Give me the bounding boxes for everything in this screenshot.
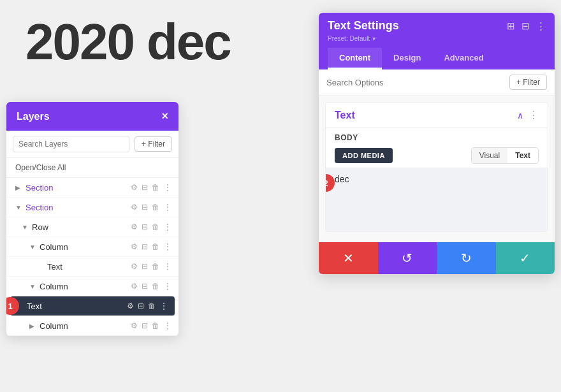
save-button[interactable]: ✓: [496, 242, 555, 274]
layers-filter-button[interactable]: + Filter: [135, 136, 172, 152]
layer-name: Row: [32, 222, 131, 232]
preset-arrow-icon: ▾: [372, 35, 375, 42]
body-label: Body: [326, 128, 548, 145]
dots-icon[interactable]: ⋮: [163, 182, 172, 192]
badge-2: 2: [325, 174, 335, 192]
trash-icon[interactable]: 🗑: [152, 203, 159, 212]
trash-icon[interactable]: 🗑: [152, 222, 159, 231]
arrow-icon: ▼: [29, 283, 37, 290]
layers-search-row: + Filter: [6, 131, 178, 158]
dots-icon[interactable]: ⋮: [163, 321, 172, 331]
visual-view-button[interactable]: Visual: [472, 148, 507, 163]
dots-icon[interactable]: ⋮: [163, 242, 172, 252]
dots-icon[interactable]: ⋮: [163, 202, 172, 212]
settings-header: Text Settings ⊞ ⊟ ⋮ Preset: Default ▾ Co…: [319, 13, 555, 69]
dots-icon[interactable]: ⋮: [163, 281, 172, 291]
trash-icon[interactable]: 🗑: [148, 301, 156, 310]
text-section: Text ∧ ⋮ Body ADD MEDIA Visual Text 2 de…: [325, 102, 548, 232]
copy-icon[interactable]: ⊟: [142, 203, 148, 212]
layer-name: Section: [26, 183, 131, 192]
layer-item-section2[interactable]: ▼ Section ⚙ ⊟ 🗑 ⋮: [6, 198, 178, 217]
more-icon[interactable]: ⋮: [536, 20, 546, 32]
dots-icon[interactable]: ⋮: [159, 301, 168, 311]
undo-button[interactable]: ↺: [378, 242, 437, 274]
gear-icon[interactable]: ⚙: [127, 301, 134, 310]
layer-item-text1[interactable]: ▼ Text ⚙ ⊟ 🗑 ⋮: [6, 257, 178, 277]
layer-name: Column: [40, 321, 131, 331]
background-month: dec: [147, 13, 231, 71]
layer-item-column2[interactable]: ▼ Column ⚙ ⊟ 🗑 ⋮: [6, 277, 178, 296]
layer-name: Text: [27, 301, 127, 311]
badge-1: 1: [6, 297, 19, 315]
layers-header: Layers ×: [6, 102, 178, 131]
settings-preset[interactable]: Preset: Default ▾: [328, 34, 546, 43]
trash-icon[interactable]: 🗑: [152, 242, 159, 251]
text-section-header: Text ∧ ⋮: [326, 103, 548, 128]
layer-item-text2-active[interactable]: ▼ Text 1 ⚙ ⊟ 🗑 ⋮: [10, 296, 175, 316]
text-section-title: Text: [335, 110, 355, 121]
text-view-button[interactable]: Text: [507, 148, 538, 163]
cancel-button[interactable]: ✕: [319, 242, 378, 274]
background-year: 2020: [26, 13, 134, 71]
editor-text: dec: [335, 174, 349, 184]
columns-icon[interactable]: ⊟: [521, 20, 530, 32]
close-icon[interactable]: ×: [161, 110, 168, 123]
copy-icon[interactable]: ⊟: [142, 262, 148, 271]
layer-icons: ⚙ ⊟ 🗑 ⋮: [131, 321, 172, 331]
layer-name: Column: [40, 242, 131, 252]
gear-icon[interactable]: ⚙: [131, 203, 138, 212]
settings-tabs: Content Design Advanced: [328, 48, 546, 69]
open-close-all[interactable]: Open/Close All: [6, 158, 178, 178]
trash-icon[interactable]: 🗑: [152, 282, 159, 291]
gear-icon[interactable]: ⚙: [131, 321, 138, 330]
settings-panel: Text Settings ⊞ ⊟ ⋮ Preset: Default ▾ Co…: [319, 13, 555, 274]
copy-icon[interactable]: ⊟: [142, 321, 148, 330]
tab-content[interactable]: Content: [328, 48, 382, 69]
dots-icon[interactable]: ⋮: [163, 222, 172, 232]
gear-icon[interactable]: ⚙: [131, 183, 138, 192]
arrow-icon: ▶: [15, 184, 23, 191]
tab-advanced[interactable]: Advanced: [432, 48, 495, 69]
redo-button[interactable]: ↻: [437, 242, 496, 274]
layer-name: Section: [26, 203, 131, 212]
trash-icon[interactable]: 🗑: [152, 262, 159, 271]
copy-icon[interactable]: ⊟: [138, 301, 144, 310]
copy-icon[interactable]: ⊟: [142, 242, 148, 251]
layer-name: Column: [40, 282, 131, 291]
layer-icons: ⚙ ⊟ 🗑 ⋮: [131, 242, 172, 252]
gear-icon[interactable]: ⚙: [131, 262, 138, 271]
settings-title-icons: ⊞ ⊟ ⋮: [507, 20, 546, 32]
layer-item-column1[interactable]: ▼ Column ⚙ ⊟ 🗑 ⋮: [6, 237, 178, 257]
gear-icon[interactable]: ⚙: [131, 282, 138, 291]
gear-icon[interactable]: ⚙: [131, 242, 138, 251]
trash-icon[interactable]: 🗑: [152, 321, 159, 330]
layer-item-section1[interactable]: ▶ Section ⚙ ⊟ 🗑 ⋮: [6, 178, 178, 198]
layers-search-input[interactable]: [13, 136, 129, 152]
settings-filter-button[interactable]: + Filter: [509, 75, 547, 90]
settings-body: + Filter Text ∧ ⋮ Body ADD MEDIA Visual …: [319, 69, 555, 242]
layer-icons: ⚙ ⊟ 🗑 ⋮: [127, 301, 168, 311]
layer-icons: ⚙ ⊟ 🗑 ⋮: [131, 261, 172, 272]
copy-icon[interactable]: ⊟: [142, 183, 148, 192]
gear-icon[interactable]: ⚙: [131, 222, 138, 231]
copy-icon[interactable]: ⊟: [142, 282, 148, 291]
layer-icons: ⚙ ⊟ 🗑 ⋮: [131, 202, 172, 212]
dots-icon[interactable]: ⋮: [163, 261, 172, 272]
section-dots-icon[interactable]: ⋮: [528, 109, 539, 121]
expand-icon[interactable]: ⊞: [507, 20, 515, 32]
arrow-icon: ▶: [29, 323, 37, 330]
layer-item-row[interactable]: ▼ Row ⚙ ⊟ 🗑 ⋮: [6, 217, 178, 237]
layer-item-column3[interactable]: ▶ Column ⚙ ⊟ 🗑 ⋮: [6, 316, 178, 336]
collapse-icon[interactable]: ∧: [517, 110, 523, 120]
add-media-button[interactable]: ADD MEDIA: [335, 148, 393, 163]
settings-search-input[interactable]: [326, 78, 504, 87]
tab-design[interactable]: Design: [382, 48, 432, 69]
text-section-controls: ∧ ⋮: [517, 109, 539, 121]
settings-title-row: Text Settings ⊞ ⊟ ⋮: [328, 19, 546, 33]
copy-icon[interactable]: ⊟: [142, 222, 148, 231]
editor-toolbar: ADD MEDIA Visual Text: [326, 145, 548, 168]
editor-content[interactable]: 2 dec: [326, 168, 548, 231]
settings-title: Text Settings: [328, 19, 399, 33]
layers-panel: Layers × + Filter Open/Close All ▶ Secti…: [6, 102, 178, 336]
trash-icon[interactable]: 🗑: [152, 183, 159, 192]
